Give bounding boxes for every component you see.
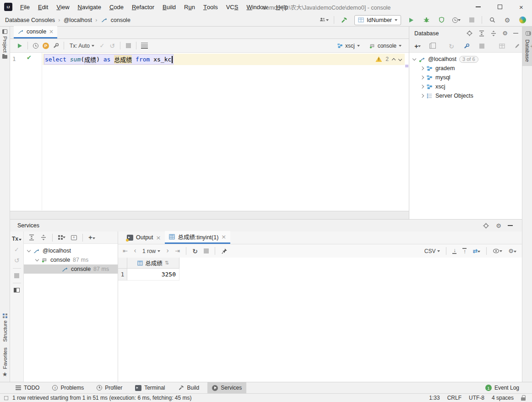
layout-icon[interactable]	[14, 288, 20, 292]
export-format-select[interactable]: CSV	[424, 248, 440, 254]
pin-icon[interactable]	[221, 248, 228, 254]
tree-row-mysql[interactable]: mysql	[409, 73, 522, 82]
close-icon[interactable]	[221, 234, 226, 240]
menu-view[interactable]: View	[52, 0, 73, 14]
chevron-down-icon[interactable]	[27, 248, 31, 252]
editor-tab-console[interactable]: console ×	[14, 26, 57, 39]
chevron-right-icon[interactable]	[420, 94, 424, 98]
run-configuration-select[interactable]: IdNumber	[354, 15, 401, 25]
tx-mode-select[interactable]: Tx: Auto	[67, 41, 97, 51]
toolwindow-build[interactable]: Build	[174, 382, 204, 394]
services-row-console[interactable]: console 87 ms	[24, 264, 118, 274]
event-log-button[interactable]: 1 Event Log	[485, 385, 532, 391]
commit-button[interactable]	[97, 41, 107, 51]
toolwindow-terminal[interactable]: Terminal	[130, 382, 169, 394]
console-settings-button[interactable]	[51, 41, 61, 51]
sort-icon[interactable]	[165, 260, 169, 265]
breadcrumb-database-consoles[interactable]: Database Consoles	[5, 17, 55, 23]
chevron-right-icon[interactable]	[420, 85, 424, 88]
toolwindow-todo[interactable]: TODO	[11, 382, 44, 394]
menu-tools[interactable]: Tools	[199, 0, 222, 14]
horizontal-splitter[interactable]	[10, 211, 409, 219]
services-row-localhost[interactable]: @localhost	[24, 246, 118, 255]
maximize-button[interactable]	[489, 0, 510, 14]
menu-run[interactable]: Run	[180, 0, 199, 14]
execute-button[interactable]	[15, 41, 25, 51]
expand-all-icon[interactable]	[28, 234, 35, 241]
query-history-button[interactable]	[31, 41, 41, 51]
debug-button[interactable]	[421, 15, 431, 25]
run-button[interactable]	[406, 15, 416, 25]
menu-build[interactable]: Build	[158, 0, 180, 14]
grid-value-cell[interactable]: 3250	[127, 269, 179, 281]
tx-mode-button[interactable]: Tx	[12, 235, 22, 242]
column-header[interactable]: 总成绩	[127, 258, 179, 269]
chevron-right-icon[interactable]	[420, 66, 424, 70]
parameters-button[interactable]: P	[41, 41, 51, 51]
build-project-button[interactable]	[339, 15, 349, 25]
add-service-button[interactable]	[88, 234, 95, 241]
new-element-button[interactable]	[527, 41, 532, 51]
menu-navigate[interactable]: Navigate	[74, 0, 105, 14]
settings-button[interactable]	[502, 15, 512, 25]
tree-row-gradem[interactable]: gradem	[409, 64, 522, 73]
toolwindow-services[interactable]: Services	[207, 382, 246, 394]
edit-source-button[interactable]	[512, 41, 522, 51]
breadcrumb-localhost[interactable]: @localhost	[64, 17, 92, 23]
last-page-icon[interactable]	[175, 248, 180, 254]
tab-output[interactable]: Output	[123, 231, 165, 244]
file-encoding[interactable]: UTF-8	[469, 395, 484, 401]
toolwindow-profiler[interactable]: Profiler	[92, 382, 127, 394]
sql-statement[interactable]: select sum(成绩) as 总成绩 from xs_kc	[44, 55, 173, 64]
view-options-button[interactable]	[493, 248, 502, 253]
close-icon[interactable]: ×	[49, 29, 54, 34]
in-editor-results-button[interactable]	[139, 41, 149, 51]
import-data-button[interactable]: ↑	[462, 248, 467, 254]
collapse-all-icon[interactable]	[40, 234, 47, 241]
tool-stripe-favorites[interactable]: Favorites ★	[2, 345, 8, 382]
search-everywhere-button[interactable]	[487, 15, 497, 25]
collapse-all-icon[interactable]	[490, 30, 497, 37]
tool-stripe-project[interactable]: Project	[2, 27, 8, 61]
hide-panel-icon[interactable]	[508, 225, 513, 226]
gear-icon[interactable]	[496, 223, 501, 229]
cancel-query-button[interactable]	[123, 41, 133, 51]
grid-settings-button[interactable]	[508, 248, 516, 254]
data-source-properties-button[interactable]	[461, 41, 472, 51]
tree-row-localhost[interactable]: @localhost 3 of 6	[409, 55, 522, 64]
line-separator[interactable]: CRLF	[447, 395, 461, 401]
background-tasks-icon[interactable]	[4, 396, 8, 400]
sql-editor[interactable]: 1 ✔ select sum(成绩) as 总成绩 from xs_kc 2	[10, 53, 409, 210]
page-size-select[interactable]: 1 row	[142, 248, 160, 254]
tool-stripe-structure[interactable]: Structure	[2, 311, 8, 345]
menu-code[interactable]: Code	[105, 0, 128, 14]
locate-icon[interactable]	[483, 222, 489, 229]
menu-refactor[interactable]: Refactor	[128, 0, 158, 14]
gear-icon[interactable]	[502, 30, 508, 36]
stop-icon[interactable]	[204, 248, 209, 253]
export-data-button[interactable]: ↓	[452, 248, 456, 254]
first-page-icon[interactable]	[123, 248, 128, 254]
locate-icon[interactable]	[466, 30, 473, 37]
stop-button[interactable]	[467, 15, 477, 25]
schema-switcher[interactable]: xscj	[337, 41, 360, 51]
project-users-button[interactable]	[319, 15, 329, 25]
stop-icon[interactable]	[14, 273, 19, 278]
open-in-new-tab-button[interactable]	[71, 235, 77, 240]
tab-result[interactable]: 总成绩:tinyint(1)	[165, 231, 230, 244]
chevron-right-icon[interactable]	[420, 76, 424, 79]
session-switcher[interactable]: console	[369, 41, 402, 51]
breadcrumb-console[interactable]: console	[111, 17, 130, 23]
profiler-button[interactable]	[451, 15, 461, 25]
refresh-button[interactable]	[446, 41, 456, 51]
gradle-sphere-button[interactable]	[517, 15, 527, 25]
reload-page-icon[interactable]	[192, 248, 198, 254]
next-problem-button[interactable]	[398, 57, 402, 61]
caret-position[interactable]: 1:33	[429, 395, 440, 401]
group-by-button[interactable]	[58, 235, 65, 240]
rollback-button[interactable]	[107, 41, 117, 51]
menu-file[interactable]: File	[16, 0, 34, 14]
previous-problem-button[interactable]	[392, 58, 396, 62]
hide-panel-icon[interactable]	[513, 33, 518, 34]
tree-row-server-objects[interactable]: Server Objects	[409, 91, 522, 100]
